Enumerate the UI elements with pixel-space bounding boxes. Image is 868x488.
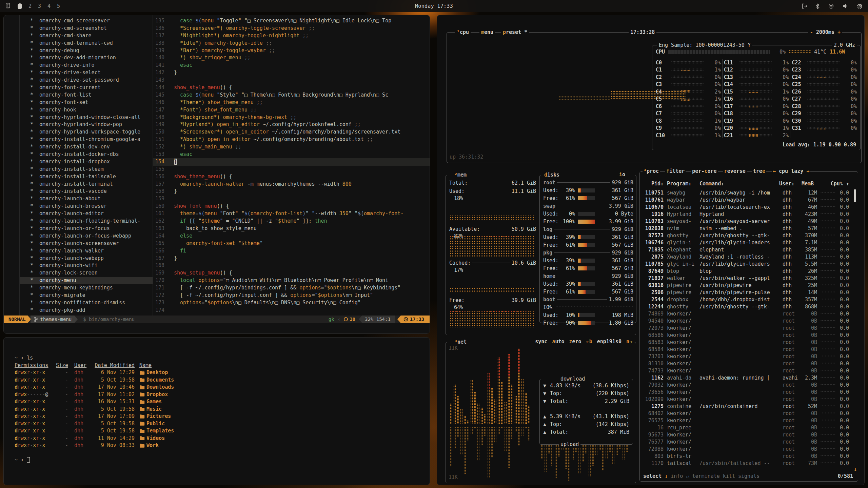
file-list-item[interactable]: * omarchy-hook (20, 106, 153, 114)
process-row[interactable]: 73656 kworker/ root 0B 0.0 (643, 389, 849, 396)
code-line[interactable]: 164 else (153, 232, 430, 240)
code-line[interactable]: 154} (153, 158, 430, 166)
code-line[interactable]: 173 options="$options\n□ Defaults\n□ DNS… (153, 299, 430, 307)
process-row[interactable]: 110761 waybar /usr/bin/waybar dhh 67M 0.… (643, 197, 849, 204)
process-row[interactable]: 76577 kworker/ root 0B 0.0 (643, 439, 849, 446)
process-row[interactable]: 71837 walker /usr/bin/walker --gappl dhh… (643, 275, 849, 282)
code-line[interactable]: 136 *Screensaver*) omarchy-toggle-screen… (153, 25, 430, 32)
proc-tab-reverse[interactable]: reverse (723, 168, 747, 174)
file-list-item[interactable]: * omarchy-menu (20, 277, 153, 284)
process-row[interactable]: 87649 btop btop dhh 26M 0.0 (643, 268, 849, 275)
process-row[interactable]: 72073 kworker/ root 0B 0.0 (643, 325, 849, 332)
file-list-item[interactable]: * omarchy-launch-floating-terminal- (20, 218, 153, 225)
scrollbar-thumb[interactable] (854, 189, 856, 202)
net-prev-button[interactable]: ←b (586, 339, 592, 345)
file-list-item[interactable]: * omarchy-drive-select (20, 69, 153, 77)
code-line[interactable]: 174 (153, 307, 430, 314)
cpu-box-title[interactable]: ¹cpu (455, 29, 471, 36)
process-row[interactable]: 74869 kworker/ root 0B 0.0 (643, 310, 849, 318)
nvim-window[interactable]: * omarchy-cmd-screensaver * omarchy-cmd-… (3, 15, 430, 334)
io-toggle[interactable]: io (618, 171, 627, 178)
file-list-item[interactable]: * omarchy-notification-dismiss (20, 299, 153, 307)
file-list-item[interactable]: * omarchy-drive-info (20, 62, 153, 69)
process-row[interactable]: 110785 glyc in-i /usr/lib/glycin-loaders… (643, 261, 849, 268)
process-row[interactable]: 81310 kworker/ root 0B 0.0 (643, 360, 849, 367)
process-row[interactable]: 1162 avahi-da avahi-daemon: running [ av… (643, 374, 849, 382)
code-line[interactable]: 159 (153, 195, 430, 203)
process-row[interactable]: 72088 kworker/ root 0B 0.0 (643, 446, 849, 453)
file-list-item[interactable]: * omarchy-menu-keybindings (20, 284, 153, 292)
code-line[interactable]: 169show_setup_menu() { (153, 269, 430, 277)
file-list-item[interactable]: * omarchy-install-dropbox (20, 158, 153, 166)
process-row[interactable]: 110751 swaybg /usr/bin/swaybg -i /hom dh… (643, 189, 849, 197)
process-row[interactable]: 68402 kworker/ root 0B 0.0 (643, 410, 849, 417)
disks-title[interactable]: disks (542, 171, 561, 179)
process-row[interactable]: 110783 swayosd- /usr/bin/swayosd-server … (643, 218, 849, 225)
process-row[interactable]: 71835 elephant elephant dhh 385M 0.0 (643, 246, 849, 253)
process-row[interactable]: 68583 kworker/ root 0B 0.0 (643, 339, 849, 346)
proc-tab-tree[interactable]: tree (752, 168, 766, 174)
terminal-body[interactable]: ~ › ls Permissions Size User Date Modifi… (15, 354, 423, 464)
code-line[interactable]: 148 *Background*) omarchy-theme-bg-next … (153, 114, 430, 121)
file-list-item[interactable]: * omarchy-launch-walker (20, 247, 153, 255)
code-line[interactable]: 156show_theme_menu() { (153, 173, 430, 181)
proc-tab-per-core[interactable]: per-core (691, 168, 717, 174)
code-line[interactable]: 138 *Idle*) omarchy-toggle-idle ;; (153, 40, 430, 47)
process-row[interactable]: 94540 kworker/ root 0B 0.0 (643, 318, 849, 325)
code-line[interactable]: 152 *) show_main_menu ;; (153, 143, 430, 151)
scroll-down-icon[interactable]: ↓ (854, 466, 857, 472)
code-line[interactable]: 166 fi (153, 247, 430, 255)
file-list-item[interactable]: * omarchy-font-current (20, 84, 153, 92)
file-list-item[interactable]: * omarchy-install-tailscale (20, 173, 153, 181)
file-list-item[interactable]: * omarchy-install-dev-env (20, 143, 153, 151)
file-list-item[interactable]: * omarchy-font-list (20, 92, 153, 99)
process-row[interactable]: 74733 kworker/ root 0B 0.0 (643, 367, 849, 374)
file-list-item[interactable]: * omarchy-install-terminal (20, 181, 153, 188)
process-row[interactable]: 1275 containe /usr/bin/containerd root 5… (643, 403, 849, 410)
code-line[interactable]: 135 case $(menu "Toggle" "□ Screensaver\… (153, 17, 430, 25)
process-row[interactable]: 73703 kworker/ root 0B 0.0 (643, 353, 849, 360)
command-line[interactable] (4, 323, 430, 333)
file-list-item[interactable]: * omarchy-hyprland-window-pop (20, 121, 153, 128)
process-row[interactable]: 1916 Hyprland Hyprland dhh 423M 0.0 (643, 211, 849, 218)
file-list-item[interactable]: * omarchy-install-docker-dbs (20, 151, 153, 158)
file-list-item[interactable]: * omarchy-cmd-terminal-cwd (20, 40, 153, 47)
btop-window[interactable]: ¹cpu menu preset * 17:33:28 - 2000ms + u… (437, 15, 865, 485)
mem-box-title[interactable]: ²mem (453, 171, 468, 179)
file-list-item[interactable]: * omarchy-install-steam (20, 166, 153, 173)
net-tab-sync[interactable]: sync (535, 339, 547, 345)
net-next-button[interactable]: n→ (626, 339, 632, 345)
file-list-item[interactable]: * omarchy-launch-wifi (20, 262, 153, 269)
file-list-item[interactable]: * omarchy-launch-editor (20, 210, 153, 218)
code-line[interactable]: 137 *Nightlight*) omarchy-toggle-nightli… (153, 32, 430, 40)
process-row[interactable]: 95673 kworker/ root 0B 0.0 (643, 431, 849, 439)
file-list-item[interactable]: * omarchy-hyprland-workspace-toggle (20, 128, 153, 136)
file-list-item[interactable]: * omarchy-launch-browser (20, 203, 153, 210)
code-line[interactable]: 160show_font_menu() { (153, 203, 430, 210)
net-tab-zero[interactable]: zero (569, 339, 581, 345)
update-interval[interactable]: - 2000ms + (808, 29, 842, 36)
process-row[interactable]: 2544 dropbox /home/dhh/.dropbox-dist dhh… (643, 296, 849, 303)
code-line[interactable]: 150 *Screensaver*) open_in_editor ~/.con… (153, 128, 430, 136)
file-list-item[interactable]: * omarchy-launch-screensaver (20, 240, 153, 247)
clock[interactable]: Monday 17:33 (0, 3, 868, 9)
code-line[interactable]: 141 esac (153, 62, 430, 69)
code-line[interactable]: 144show_style_menu() { (153, 84, 430, 92)
legend-keys[interactable]: select ↓ info ↵ terminate kill signals (643, 473, 760, 479)
net-tab-auto[interactable]: auto (552, 339, 564, 345)
code-line[interactable]: 165 omarchy-font-set "$theme" (153, 240, 430, 247)
menu-button[interactable]: menu (479, 29, 495, 36)
code-line[interactable]: 168 (153, 262, 430, 269)
code-line[interactable]: 143 (153, 77, 430, 84)
file-list-item[interactable]: * omarchy-dev-add-migration (20, 54, 153, 62)
code-line[interactable]: 161 theme=$(menu "Font" "$(omarchy-font-… (153, 210, 430, 218)
process-row[interactable]: 76575 kworker/ root 0B 0.0 (643, 417, 849, 424)
file-list-item[interactable]: * omarchy-cmd-share (20, 32, 153, 40)
preset-button[interactable]: preset * (501, 29, 529, 36)
code-line[interactable]: 146 *Theme*) show_theme_menu ;; (153, 99, 430, 106)
code-line[interactable]: 158} (153, 188, 430, 195)
proc-tab-filter[interactable]: filter (665, 168, 686, 174)
file-list-item[interactable]: * omarchy-cmd-screenshot (20, 25, 153, 32)
process-row[interactable]: 63816 pipewire /usr/bin/pipewire dhh 25M… (643, 282, 849, 289)
prompt-line-2[interactable]: ~ › (15, 456, 423, 464)
